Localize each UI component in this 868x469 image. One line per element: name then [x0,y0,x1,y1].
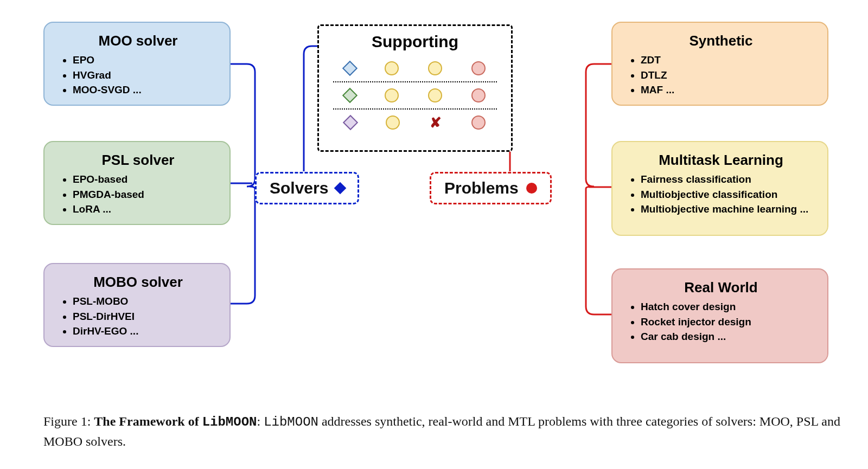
mobo-list: PSL-MOBO PSL-DirHVEI DirHV-EGO ... [59,294,218,339]
list-item: Rocket injector design [641,314,815,330]
caption-sep: : [257,414,264,428]
list-item: PSL-DirHVEI [73,309,218,324]
list-item: Car cab design ... [641,329,815,344]
list-item: PMGDA-based [73,187,218,202]
list-item: EPO [73,53,218,68]
realworld-box: Real World Hatch cover design Rocket inj… [611,268,828,363]
support-circle-icon [428,61,442,75]
list-item: MOO-SVGD ... [73,82,218,98]
solvers-label: Solvers [255,172,359,204]
list-item: DTLZ [641,68,815,83]
list-item: LoRA ... [73,202,218,217]
list-item: Fairness classification [641,172,815,187]
solver-diamond-solid-icon [334,182,347,195]
caption-lib2: LibMOON [264,415,318,429]
mtl-list: Fairness classification Multiobjective c… [627,172,815,217]
list-item: Multiobjective classification [641,187,815,202]
figure-caption: Figure 1: The Framework of LibMOON: LibM… [43,412,846,451]
solver-diamond-purple-icon [342,115,358,130]
synthetic-title: Synthetic [627,33,815,49]
solver-diamond-blue-icon [342,61,358,76]
moo-list: EPO HVGrad MOO-SVGD ... [59,53,218,98]
support-row [330,56,500,80]
psl-solver-box: PSL solver EPO-based PMGDA-based LoRA ..… [43,141,231,225]
mtl-title: Multitask Learning [627,152,815,169]
support-row [330,83,500,107]
support-circle-icon [385,88,399,102]
list-item: DirHV-EGO ... [73,324,218,339]
psl-title: PSL solver [59,152,218,169]
framework-diagram: MOO solver EPO HVGrad MOO-SVGD ... PSL s… [0,0,868,469]
list-item: Hatch cover design [641,299,815,314]
problems-label: Problems [430,172,552,204]
list-item: MAF ... [641,82,815,98]
realworld-title: Real World [627,279,815,296]
support-circle-icon [471,88,486,102]
realworld-list: Hatch cover design Rocket injector desig… [627,299,815,344]
list-item: ZDT [641,53,815,68]
support-circle-icon [471,61,486,75]
problems-label-text: Problems [444,179,519,197]
mtl-box: Multitask Learning Fairness classificati… [611,141,828,236]
mobo-solver-box: MOBO solver PSL-MOBO PSL-DirHVEI DirHV-E… [43,263,231,347]
list-item: PSL-MOBO [73,294,218,309]
moo-title: MOO solver [59,33,218,49]
unsupported-cross-icon: ✘ [430,115,442,130]
support-circle-icon [386,115,400,130]
caption-bold: The Framework of [94,414,202,428]
list-item: HVGrad [73,68,218,83]
psl-list: EPO-based PMGDA-based LoRA ... [59,172,218,217]
divider [333,81,497,82]
support-circle-icon [385,61,399,75]
supporting-title: Supporting [330,33,500,51]
caption-prefix: Figure 1: [43,414,94,428]
synthetic-list: ZDT DTLZ MAF ... [627,53,815,98]
solver-diamond-green-icon [342,88,358,103]
divider [333,108,497,110]
supporting-matrix: Supporting ✘ [317,24,513,152]
support-circle-icon [471,115,486,130]
caption-lib1: LibMOON [202,415,257,429]
mobo-title: MOBO solver [59,274,218,291]
list-item: EPO-based [73,172,218,187]
synthetic-box: Synthetic ZDT DTLZ MAF ... [611,22,828,106]
solvers-label-text: Solvers [270,179,328,197]
moo-solver-box: MOO solver EPO HVGrad MOO-SVGD ... [43,22,231,106]
support-circle-icon [428,88,442,102]
support-row: ✘ [330,111,500,134]
list-item: Multiobjective machine learning ... [641,202,815,217]
problem-circle-solid-icon [526,183,537,194]
